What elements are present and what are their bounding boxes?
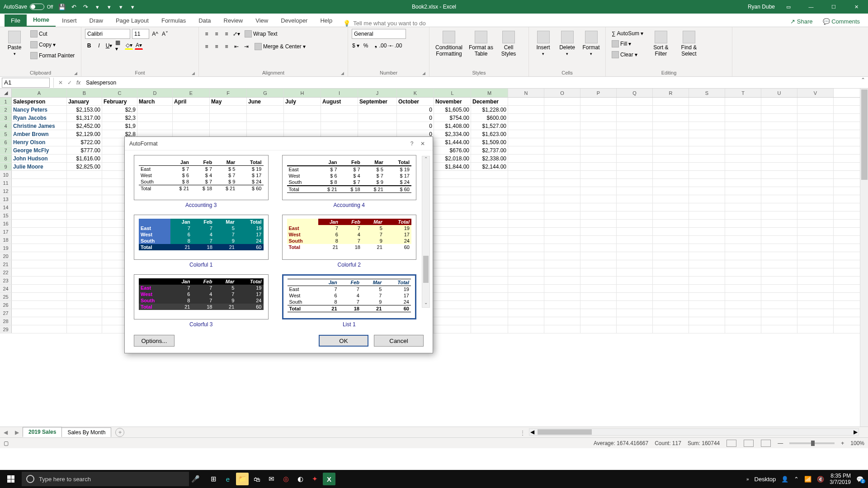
sheet-nav-next-icon[interactable]: ▶	[11, 429, 23, 436]
cell[interactable]: November	[434, 98, 471, 105]
cell[interactable]	[137, 122, 173, 130]
cell[interactable]	[653, 220, 689, 227]
cell[interactable]	[434, 211, 471, 219]
cell[interactable]	[797, 122, 834, 130]
cell[interactable]	[725, 187, 761, 195]
cell[interactable]	[580, 171, 617, 178]
cell[interactable]	[471, 285, 508, 292]
row-header[interactable]: 1	[0, 98, 12, 105]
cell[interactable]: $2,9	[102, 106, 137, 113]
cell[interactable]	[761, 130, 797, 138]
cut-button[interactable]: Cut	[28, 29, 77, 39]
vertical-scrollbar[interactable]	[860, 89, 868, 427]
cell[interactable]	[797, 252, 834, 260]
cell[interactable]	[434, 179, 471, 187]
cell[interactable]	[508, 244, 544, 252]
cell[interactable]	[653, 163, 689, 170]
cell[interactable]	[617, 260, 653, 268]
page-break-view-icon[interactable]	[761, 440, 771, 447]
cell[interactable]: December	[471, 98, 508, 105]
cell[interactable]	[544, 325, 580, 333]
cell[interactable]	[508, 252, 544, 260]
cell[interactable]	[689, 301, 725, 309]
zoom-in-icon[interactable]: +	[841, 440, 844, 446]
cell[interactable]: March	[137, 98, 173, 105]
cell[interactable]	[508, 195, 544, 203]
cell[interactable]	[580, 106, 617, 113]
cell[interactable]	[617, 98, 653, 105]
file-explorer-icon[interactable]: 📁	[236, 473, 249, 485]
cell[interactable]	[617, 268, 653, 276]
cell[interactable]	[689, 252, 725, 260]
cell[interactable]	[725, 98, 761, 105]
cell[interactable]	[797, 244, 834, 252]
cell[interactable]	[580, 155, 617, 162]
cell[interactable]	[689, 114, 725, 122]
cell[interactable]	[797, 163, 834, 170]
row-header[interactable]: 6	[0, 138, 12, 146]
cell[interactable]	[580, 195, 617, 203]
column-header[interactable]: P	[580, 89, 617, 97]
cell[interactable]	[797, 277, 834, 284]
align-top-icon[interactable]: ≡	[203, 30, 211, 38]
cell[interactable]: $2,018.00	[434, 155, 471, 162]
cell[interactable]	[617, 187, 653, 195]
cell[interactable]	[508, 220, 544, 227]
cell[interactable]	[797, 98, 834, 105]
delete-cells-button[interactable]: Delete▾	[557, 29, 578, 58]
autoformat-preview[interactable]: JanFebMarTotalEast77519West64717South879…	[134, 274, 269, 328]
tab-formulas[interactable]: Formulas	[155, 14, 192, 27]
cell[interactable]: Julie Moore	[12, 163, 67, 170]
chrome-icon[interactable]: ◐	[294, 473, 307, 485]
cell[interactable]	[210, 114, 247, 122]
dialog-scrollbar[interactable]: ⌃⌄	[422, 156, 430, 308]
cell-styles-button[interactable]: Cell Styles	[497, 29, 520, 59]
cell[interactable]	[761, 268, 797, 276]
row-header[interactable]: 13	[0, 195, 12, 203]
cell[interactable]	[434, 260, 471, 268]
cell[interactable]	[580, 122, 617, 130]
page-layout-view-icon[interactable]	[744, 440, 754, 447]
cell[interactable]	[12, 317, 67, 325]
column-header[interactable]: Q	[617, 89, 653, 97]
cell[interactable]	[725, 203, 761, 211]
increase-indent-icon[interactable]: ⇥	[242, 42, 250, 51]
overflow-icon[interactable]: »	[746, 477, 749, 482]
cell[interactable]: $1,623.00	[471, 130, 508, 138]
cell[interactable]	[67, 244, 102, 252]
cell[interactable]	[434, 325, 471, 333]
tell-me-search[interactable]: 💡Tell me what you want to do	[343, 20, 425, 27]
cell[interactable]	[580, 325, 617, 333]
cell[interactable]	[508, 268, 544, 276]
cell[interactable]	[653, 309, 689, 317]
zoom-level[interactable]: 100%	[850, 440, 864, 446]
cell[interactable]	[653, 114, 689, 122]
row-header[interactable]: 19	[0, 244, 12, 252]
cell[interactable]	[617, 293, 653, 300]
cell[interactable]: $1,228.00	[471, 106, 508, 113]
cell[interactable]	[471, 325, 508, 333]
cell[interactable]	[247, 114, 284, 122]
cell[interactable]	[725, 106, 761, 113]
cell[interactable]	[580, 309, 617, 317]
cell[interactable]: Amber Brown	[12, 130, 67, 138]
cell[interactable]	[617, 203, 653, 211]
tab-view[interactable]: View	[249, 14, 274, 27]
cell[interactable]	[173, 114, 210, 122]
desktop-label[interactable]: Desktop	[755, 476, 776, 483]
cell[interactable]	[471, 236, 508, 244]
cell[interactable]	[12, 260, 67, 268]
cell[interactable]	[471, 293, 508, 300]
cell[interactable]	[761, 187, 797, 195]
cell[interactable]: July	[284, 98, 321, 105]
cell[interactable]	[761, 293, 797, 300]
cell[interactable]	[617, 325, 653, 333]
cell[interactable]	[725, 138, 761, 146]
row-header[interactable]: 8	[0, 155, 12, 162]
cell[interactable]	[580, 228, 617, 235]
cell[interactable]: October	[397, 98, 434, 105]
cell[interactable]	[617, 195, 653, 203]
cell[interactable]	[12, 325, 67, 333]
cell[interactable]	[67, 309, 102, 317]
cell[interactable]	[544, 155, 580, 162]
